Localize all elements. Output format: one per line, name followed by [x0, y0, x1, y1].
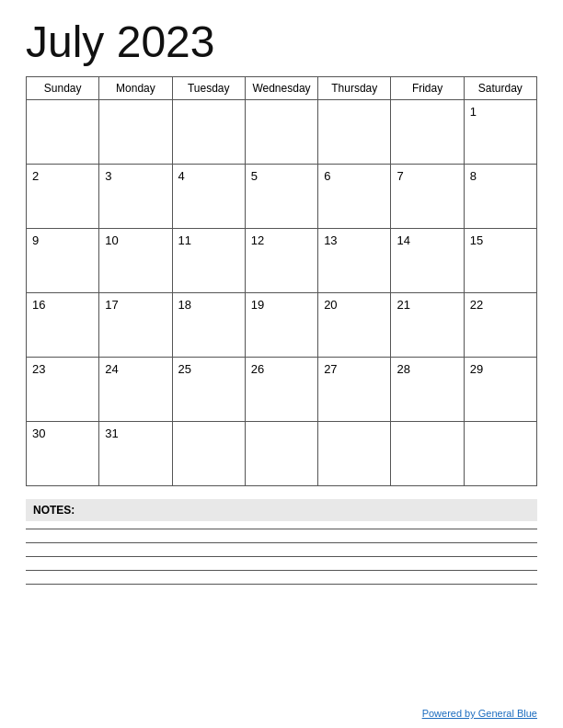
calendar-day-cell: [172, 421, 245, 485]
day-number: 23: [32, 362, 45, 376]
calendar-day-cell: 2: [27, 164, 99, 228]
day-number: 29: [470, 362, 483, 376]
day-number: 13: [324, 233, 337, 247]
notes-lines: [26, 529, 537, 585]
calendar-day-cell: 9: [27, 228, 99, 292]
day-number: 7: [396, 169, 403, 183]
day-number: 16: [32, 298, 45, 312]
day-number: 17: [105, 298, 118, 312]
notes-label: NOTES:: [26, 499, 537, 521]
calendar-table: SundayMondayTuesdayWednesdayThursdayFrid…: [26, 76, 537, 486]
day-number: 5: [251, 169, 258, 183]
calendar-week-row: 9101112131415: [27, 228, 537, 292]
day-number: 28: [396, 362, 409, 376]
calendar-day-cell: 24: [99, 357, 172, 421]
calendar-day-cell: 14: [391, 228, 464, 292]
day-number: 14: [396, 233, 409, 247]
calendar-week-row: 1: [27, 99, 537, 164]
calendar-day-cell: 17: [99, 292, 172, 357]
calendar-day-cell: 12: [245, 228, 317, 292]
calendar-day-cell: [27, 99, 99, 164]
page-title: July 2023: [26, 18, 537, 67]
calendar-day-cell: [99, 99, 172, 164]
calendar-day-cell: 11: [172, 228, 245, 292]
calendar-day-cell: 25: [172, 357, 245, 421]
calendar-day-cell: 1: [464, 99, 536, 164]
day-number: 3: [105, 169, 111, 183]
day-number: 1: [470, 105, 477, 119]
calendar-day-cell: 10: [99, 228, 172, 292]
calendar-day-cell: 6: [318, 164, 391, 228]
day-number: 11: [178, 233, 191, 247]
day-number: 12: [251, 233, 264, 247]
calendar-week-row: 16171819202122: [27, 292, 537, 357]
calendar-header-sunday: Sunday: [27, 76, 99, 99]
notes-line: [26, 570, 537, 571]
calendar-header-saturday: Saturday: [464, 76, 536, 99]
calendar-day-cell: 16: [27, 292, 99, 357]
day-number: 21: [396, 298, 409, 312]
powered-by-link[interactable]: Powered by General Blue: [422, 708, 537, 719]
day-number: 22: [470, 298, 483, 312]
notes-line: [26, 584, 537, 585]
calendar-day-cell: 28: [391, 357, 464, 421]
calendar-day-cell: 21: [391, 292, 464, 357]
calendar-day-cell: [318, 99, 391, 164]
calendar-header-friday: Friday: [391, 76, 464, 99]
notes-section: NOTES:: [26, 499, 537, 704]
calendar-day-cell: 27: [318, 357, 391, 421]
calendar-day-cell: [172, 99, 245, 164]
calendar-header-tuesday: Tuesday: [172, 76, 245, 99]
day-number: 27: [324, 362, 337, 376]
calendar-day-cell: 4: [172, 164, 245, 228]
calendar-day-cell: 18: [172, 292, 245, 357]
day-number: 18: [178, 298, 191, 312]
day-number: 31: [105, 427, 118, 440]
calendar: SundayMondayTuesdayWednesdayThursdayFrid…: [26, 76, 537, 486]
page: July 2023 SundayMondayTuesdayWednesdayTh…: [0, 0, 563, 728]
calendar-day-cell: [245, 99, 317, 164]
notes-line: [26, 529, 537, 529]
calendar-day-cell: 13: [318, 228, 391, 292]
day-number: 25: [178, 362, 191, 376]
notes-line: [26, 556, 537, 557]
calendar-day-cell: [391, 99, 464, 164]
day-number: 26: [251, 362, 264, 376]
calendar-day-cell: 30: [27, 421, 99, 485]
calendar-header-row: SundayMondayTuesdayWednesdayThursdayFrid…: [27, 76, 537, 99]
day-number: 19: [251, 298, 264, 312]
calendar-day-cell: 7: [391, 164, 464, 228]
calendar-day-cell: 23: [27, 357, 99, 421]
day-number: 2: [32, 169, 39, 183]
calendar-header-wednesday: Wednesday: [245, 76, 317, 99]
calendar-day-cell: [245, 421, 317, 485]
day-number: 9: [32, 233, 39, 247]
day-number: 30: [32, 427, 45, 440]
calendar-day-cell: [464, 421, 536, 485]
calendar-day-cell: [391, 421, 464, 485]
notes-line: [26, 542, 537, 543]
calendar-week-row: 3031: [27, 421, 537, 485]
calendar-header-monday: Monday: [99, 76, 172, 99]
day-number: 15: [470, 233, 483, 247]
calendar-day-cell: 19: [245, 292, 317, 357]
footer: Powered by General Blue: [26, 704, 537, 719]
calendar-week-row: 2345678: [27, 164, 537, 228]
day-number: 4: [178, 169, 185, 183]
day-number: 20: [324, 298, 337, 312]
calendar-day-cell: 26: [245, 357, 317, 421]
calendar-day-cell: 20: [318, 292, 391, 357]
calendar-week-row: 23242526272829: [27, 357, 537, 421]
calendar-day-cell: 22: [464, 292, 536, 357]
calendar-day-cell: 31: [99, 421, 172, 485]
calendar-day-cell: 29: [464, 357, 536, 421]
day-number: 24: [105, 362, 118, 376]
calendar-day-cell: 8: [464, 164, 536, 228]
calendar-header-thursday: Thursday: [318, 76, 391, 99]
calendar-day-cell: 3: [99, 164, 172, 228]
calendar-day-cell: [318, 421, 391, 485]
day-number: 10: [105, 233, 118, 247]
calendar-day-cell: 15: [464, 228, 536, 292]
day-number: 6: [324, 169, 330, 183]
calendar-day-cell: 5: [245, 164, 317, 228]
